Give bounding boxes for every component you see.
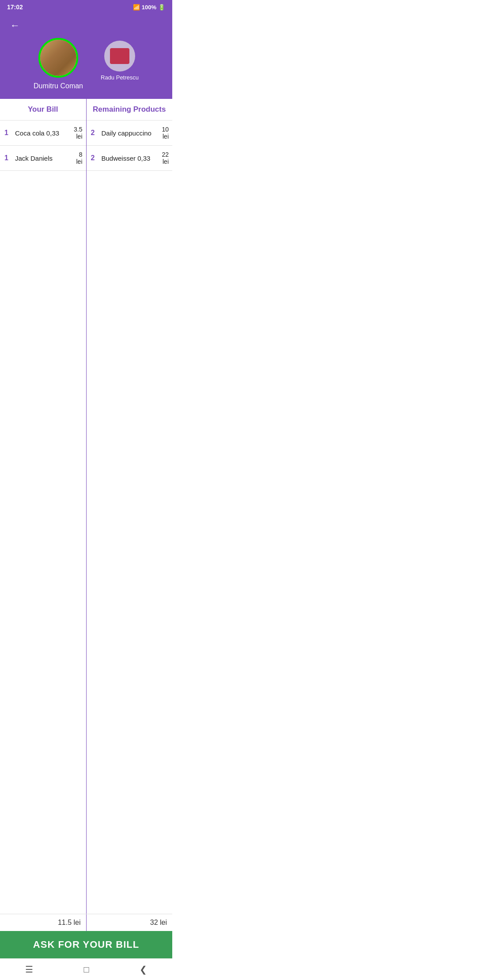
remaining-name-2: Budweisser 0,33 xyxy=(99,146,159,170)
main-user-profile: Dumitru Coman xyxy=(34,38,83,90)
remaining-price-2: 22lei xyxy=(158,146,172,170)
remaining-item-1: 2 Daily cappuccino 10lei xyxy=(87,121,173,146)
main-user-avatar xyxy=(38,38,78,78)
remaining-price-1: 10lei xyxy=(158,121,172,145)
remaining-item-2: 2 Budweisser 0,33 22lei xyxy=(87,146,173,171)
column-header-row: Your Bill Remaining Products xyxy=(0,99,172,121)
ask-bill-button[interactable]: ASK FOR YOUR BILL xyxy=(0,931,172,958)
remaining-total: 32 lei xyxy=(87,914,173,931)
bill-item-1: 1 Coca cola 0,33 3.5lei xyxy=(0,121,86,146)
secondary-user-avatar xyxy=(104,41,135,72)
main-user-name: Dumitru Coman xyxy=(34,82,83,90)
remaining-column: 2 Daily cappuccino 10lei 2 Budweisser 0,… xyxy=(87,121,173,914)
your-bill-total: 11.5 lei xyxy=(0,914,86,931)
item-qty-2: 1 xyxy=(0,146,12,170)
rows-area: 1 Coca cola 0,33 3.5lei 1 Jack Daniels 8… xyxy=(0,121,172,914)
totals-row: 11.5 lei 32 lei xyxy=(0,914,172,931)
header: ← Dumitru Coman Radu Petrescu xyxy=(0,13,172,99)
avatar-photo xyxy=(40,40,76,76)
item-price-1: 3.5lei xyxy=(70,121,86,145)
nav-back-icon[interactable]: ❮ xyxy=(140,964,147,975)
item-name-2: Jack Daniels xyxy=(12,146,72,170)
your-bill-header: Your Bill xyxy=(0,99,86,121)
avatar-icon xyxy=(110,48,129,64)
remaining-qty-1: 2 xyxy=(87,121,99,145)
battery-icon: 🔋 xyxy=(158,4,165,11)
item-price-2: 8lei xyxy=(72,146,86,170)
wifi-icon: 📶 xyxy=(133,4,140,11)
remaining-name-1: Daily cappuccino xyxy=(99,121,159,145)
bill-empty-space xyxy=(0,171,86,914)
nav-home-icon[interactable]: □ xyxy=(83,965,89,975)
nav-menu-icon[interactable]: ☰ xyxy=(25,964,33,975)
battery-label: 100% xyxy=(142,4,156,11)
main-content: Your Bill Remaining Products 1 Coca cola… xyxy=(0,99,172,931)
bill-item-2: 1 Jack Daniels 8lei xyxy=(0,146,86,171)
status-bar: 17:02 📶 100% 🔋 xyxy=(0,0,172,13)
secondary-user-name: Radu Petrescu xyxy=(101,74,139,81)
remaining-header: Remaining Products xyxy=(87,99,173,121)
back-button[interactable]: ← xyxy=(7,18,23,34)
your-bill-column: 1 Coca cola 0,33 3.5lei 1 Jack Daniels 8… xyxy=(0,121,86,914)
status-icons: 📶 100% 🔋 xyxy=(133,4,165,11)
secondary-user-profile: Radu Petrescu xyxy=(101,41,139,81)
item-qty-1: 1 xyxy=(0,121,12,145)
nav-bar: ☰ □ ❮ xyxy=(0,958,172,980)
time: 17:02 xyxy=(7,4,23,11)
item-name-1: Coca cola 0,33 xyxy=(12,121,70,145)
profiles-row: Dumitru Coman Radu Petrescu xyxy=(7,38,165,90)
remaining-empty-space xyxy=(87,171,173,914)
remaining-qty-2: 2 xyxy=(87,146,99,170)
